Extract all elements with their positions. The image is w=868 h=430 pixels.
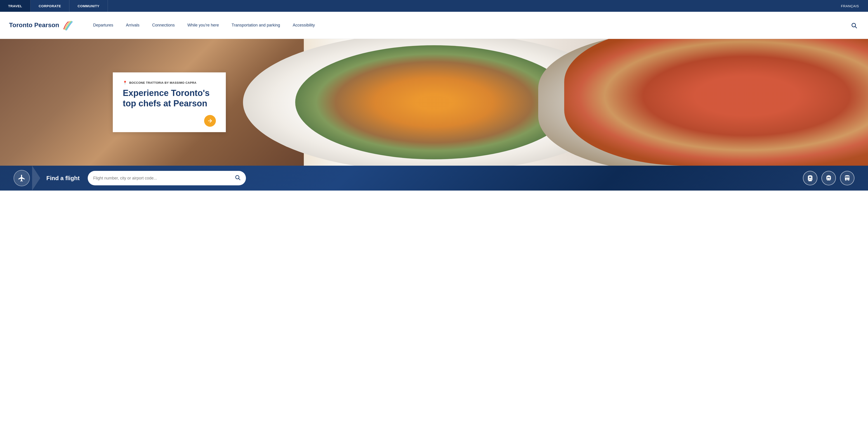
transport-icons-group (803, 171, 855, 185)
logo-icon (61, 20, 73, 31)
site-logo[interactable]: Toronto Pearson (9, 20, 73, 31)
bottom-bar: Find a flight (0, 166, 868, 191)
hero-card-label: 📍 BOCCONE TRATTORIA BY MASSIMO CAPRA (123, 81, 216, 85)
flight-search-icon[interactable] (235, 174, 241, 182)
subway-transport-button[interactable] (822, 171, 836, 185)
bus-transport-button[interactable] (840, 171, 855, 185)
hero-card-restaurant-name: BOCCONE TRATTORIA BY MASSIMO CAPRA (129, 81, 196, 84)
airplane-icon (18, 174, 26, 182)
search-icon (851, 22, 857, 29)
nav-travel[interactable]: TRAVEL (0, 0, 31, 12)
hero-card-arrow-button[interactable] (204, 115, 216, 127)
header-search-button[interactable] (849, 20, 859, 30)
nav-connections[interactable]: Connections (146, 23, 181, 28)
svg-line-1 (855, 27, 857, 28)
hero-food-pizza (564, 39, 868, 166)
svg-line-4 (239, 178, 240, 180)
bar-divider (32, 166, 40, 191)
main-navigation: Departures Arrivals Connections While yo… (87, 20, 859, 30)
hero-food-pasta (295, 45, 573, 159)
train-transport-button[interactable] (803, 171, 817, 185)
hero-section: 📍 BOCCONE TRATTORIA BY MASSIMO CAPRA Exp… (0, 39, 868, 166)
language-toggle[interactable]: FRANÇAIS (832, 0, 868, 12)
find-flight-label: Find a flight (46, 175, 80, 182)
search-magnifier-icon (235, 174, 241, 180)
hero-card: 📍 BOCCONE TRATTORIA BY MASSIMO CAPRA Exp… (113, 73, 226, 132)
flight-search-bar[interactable] (88, 171, 246, 185)
site-header: Toronto Pearson Departures Arrivals Conn… (0, 12, 868, 39)
subway-icon (825, 175, 832, 181)
nav-transportation[interactable]: Transportation and parking (225, 23, 286, 28)
top-navigation: TRAVEL CORPORATE COMMUNITY FRANÇAIS (0, 0, 868, 12)
flight-search-input[interactable] (93, 176, 235, 181)
nav-arrivals[interactable]: Arrivals (120, 23, 146, 28)
nav-corporate[interactable]: CORPORATE (31, 0, 69, 12)
arrow-right-icon (207, 118, 213, 123)
train-icon (807, 175, 813, 181)
location-pin-icon: 📍 (123, 81, 127, 85)
logo-text: Toronto Pearson (9, 22, 59, 29)
bus-icon (844, 175, 850, 181)
hero-card-title: Experience Toronto's top chefs at Pearso… (123, 88, 216, 109)
nav-while-here[interactable]: While you're here (181, 23, 225, 28)
flight-icon-container (13, 170, 30, 186)
nav-departures[interactable]: Departures (87, 23, 120, 28)
nav-spacer (108, 0, 832, 12)
nav-community[interactable]: COMMUNITY (69, 0, 108, 12)
nav-accessibility[interactable]: Accessibility (286, 23, 321, 28)
